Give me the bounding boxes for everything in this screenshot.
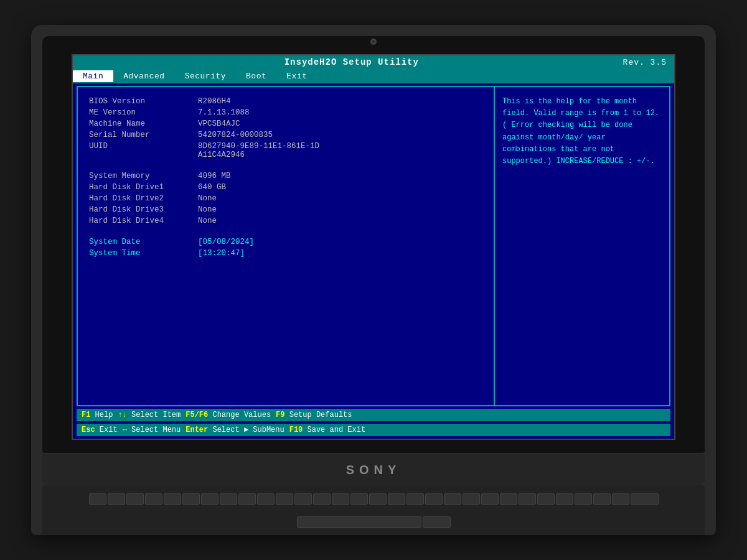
table-row: Serial Number 54207824-0000835 [89, 129, 482, 141]
key-f1: F1 [82, 411, 90, 419]
status-updown: ↑↓ Select Item [118, 411, 181, 419]
menu-item-boot[interactable]: Boot [236, 70, 276, 82]
key-decoration [313, 493, 331, 505]
menu-item-advanced[interactable]: Advanced [113, 70, 174, 82]
status-bar-inner: F1 Help ↑↓ Select Item F5/F6 Change Valu… [82, 411, 665, 419]
key-decoration [612, 493, 629, 505]
key-f10: F10 [289, 426, 303, 434]
key-decoration [108, 493, 125, 505]
status-f9: F9 Setup Defaults [276, 411, 352, 419]
status-enter: Enter Select ► SubMenu [186, 426, 284, 434]
key-decoration [631, 493, 659, 505]
key-decoration [182, 493, 200, 505]
key-esc: Esc [82, 426, 95, 434]
key-f9: F9 [276, 411, 284, 419]
bios-rev: Rev. 3.5 [623, 58, 667, 67]
field-value: 8D627940-9E89-11E1-861E-1DA11C4A2946 [198, 141, 482, 161]
field-value: 4096 MB [198, 170, 482, 182]
field-label: System Memory [89, 170, 198, 182]
table-row: Machine Name VPCSB4AJC [89, 118, 482, 129]
spacer-row [89, 161, 482, 170]
menu-item-main[interactable]: Main [73, 70, 113, 82]
webcam [370, 39, 377, 45]
laptop-brand: SONY [42, 454, 705, 485]
title-bar: InsydeH2O Setup Utility Rev. 3.5 [73, 55, 674, 69]
key-decoration [257, 493, 275, 505]
key-decoration [463, 493, 480, 505]
table-row: ME Version 7.1.13.1088 [89, 107, 482, 118]
key-decoration [500, 493, 517, 505]
system-date-label: System Date [89, 236, 198, 248]
field-label: Hard Disk Drive1 [89, 182, 198, 193]
key-decoration [145, 493, 162, 505]
menu-bar[interactable]: Main Advanced Security Boot Exit [73, 69, 674, 83]
menu-item-security[interactable]: Security [175, 70, 236, 82]
laptop-body: InsydeH2O Setup Utility Rev. 3.5 Main Ad… [31, 25, 716, 535]
help-text: This is the help for the month field. Va… [502, 97, 659, 166]
status-esc: Esc Exit [82, 426, 118, 434]
field-label: Serial Number [89, 129, 198, 141]
table-row: Hard Disk Drive2 None [89, 193, 482, 204]
status-leftright: ↔ Select Menu [123, 426, 181, 434]
field-label: Hard Disk Drive2 [89, 193, 198, 204]
field-value: 54207824-0000835 [198, 129, 482, 141]
table-row: Hard Disk Drive3 None [89, 204, 482, 215]
left-panel: BIOS Version R2086H4 ME Version 7.1.13.1… [78, 87, 495, 405]
field-value: None [198, 193, 482, 204]
field-label: ME Version [89, 107, 198, 118]
system-time-value[interactable]: [13:20:47] [198, 248, 482, 259]
table-row: BIOS Version R2086H4 [89, 96, 482, 107]
table-row: Hard Disk Drive4 None [89, 215, 482, 226]
key-decoration [481, 493, 499, 505]
field-value: 7.1.13.1088 [198, 107, 482, 118]
system-date-value[interactable]: [05/08/2024] [198, 236, 482, 248]
spacebar-key[interactable] [297, 516, 421, 528]
keyboard [42, 485, 705, 535]
key-decoration [444, 493, 461, 505]
bios-title: InsydeH2O Setup Utility [80, 57, 623, 67]
menu-item-exit[interactable]: Exit [276, 70, 317, 82]
status-group-left: F1 Help ↑↓ Select Item F5/F6 Change Valu… [82, 411, 352, 419]
key-decoration [556, 493, 573, 505]
system-time-label: System Time [89, 248, 198, 259]
right-panel: This is the help for the month field. Va… [495, 87, 669, 405]
key-decoration [575, 493, 592, 505]
key-decoration [276, 493, 293, 505]
spacer-row [89, 226, 482, 236]
field-value: None [198, 204, 482, 215]
table-row-system-date[interactable]: System Date [05/08/2024] [89, 236, 482, 248]
key-enter: Enter [186, 426, 208, 434]
screen-bezel: InsydeH2O Setup Utility Rev. 3.5 Main Ad… [42, 36, 705, 453]
key-decoration [164, 493, 181, 505]
status-bar-inner-2: Esc Exit ↔ Select Menu Enter Select ► Su… [82, 426, 665, 434]
key-updown: ↑↓ [118, 411, 126, 419]
brand-label: SONY [346, 463, 402, 477]
field-value: R2086H4 [198, 96, 482, 107]
status-f1: F1 Help [82, 411, 113, 419]
key-leftright: ↔ [123, 426, 127, 434]
content-area: BIOS Version R2086H4 ME Version 7.1.13.1… [77, 86, 670, 406]
key-decoration [425, 493, 443, 505]
field-label: Hard Disk Drive4 [89, 215, 198, 226]
field-label: Machine Name [89, 118, 198, 129]
info-table: BIOS Version R2086H4 ME Version 7.1.13.1… [89, 96, 482, 259]
status-f5f6: F5/F6 Change Values [186, 411, 271, 419]
key-decoration [423, 516, 451, 528]
field-value: 640 GB [198, 182, 482, 193]
bios-screen: InsydeH2O Setup Utility Rev. 3.5 Main Ad… [72, 54, 675, 440]
field-label: BIOS Version [89, 96, 198, 107]
key-decoration [369, 493, 387, 505]
key-decoration [406, 493, 424, 505]
table-row: UUID 8D627940-9E89-11E1-861E-1DA11C4A294… [89, 141, 482, 161]
field-value: VPCSB4AJC [198, 118, 482, 129]
status-bar-2: Esc Exit ↔ Select Menu Enter Select ► Su… [77, 424, 670, 436]
key-decoration [294, 493, 312, 505]
field-value: None [198, 215, 482, 226]
status-f10: F10 Save and Exit [289, 426, 365, 434]
key-decoration [388, 493, 405, 505]
key-decoration [593, 493, 611, 505]
key-decoration [519, 493, 536, 505]
field-label: UUID [89, 141, 198, 161]
table-row: Hard Disk Drive1 640 GB [89, 182, 482, 193]
table-row-system-time[interactable]: System Time [13:20:47] [89, 248, 482, 259]
